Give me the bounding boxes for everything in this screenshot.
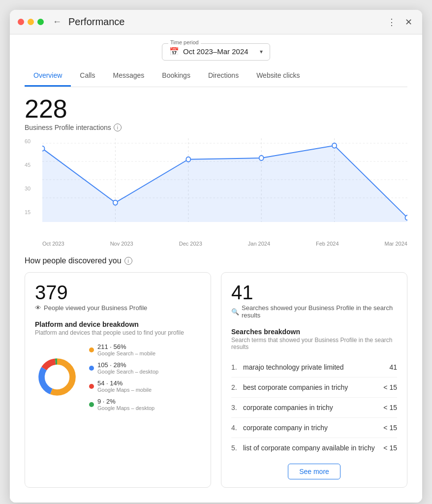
x-label-nov: Nov 2023 [110,241,133,247]
y-axis-labels: 60 45 30 15 [25,138,31,237]
search-term-2: best corporate companies in trichy [243,383,383,391]
search-num-5: 5. [231,444,243,452]
search-term-4: corporate company in trichy [243,424,383,432]
y-label-30: 30 [25,186,31,191]
svg-point-12 [259,156,264,160]
legend-dot-1 [89,347,94,352]
legend-item-1: 211 · 56% Google Search – mobile [89,343,158,356]
discovery-info-icon[interactable]: i [124,257,132,265]
x-label-jan: Jan 2024 [248,241,270,247]
y-label-60: 60 [25,138,31,144]
donut-chart [35,355,79,399]
donut-row: 211 · 56% Google Search – mobile 105 · 2… [35,343,201,411]
x-label-feb: Feb 2024 [316,241,339,247]
main-metric-label: Business Profile interactions i [25,124,407,131]
search-row-2: 2. best corporate companies in trichy < … [231,378,397,398]
legend-item-2: 105 · 28% Google Search – desktop [89,361,158,375]
svg-marker-8 [42,146,407,222]
search-term-5: list of corporate company available in t… [243,444,383,452]
search-num-1: 1. [231,363,243,371]
calendar-icon: 📅 [169,47,179,56]
legend-label-1: 211 · 56% Google Search – mobile [97,343,155,356]
search-count-5: < 15 [383,444,397,452]
legend-dot-4 [89,402,94,407]
interactions-chart: 60 45 30 15 [25,138,407,237]
main-window: ← Performance ⋮ ✕ Time period 📅 Oct 2023… [10,10,422,503]
platform-breakdown-desc: Platform and devices that people used to… [35,329,201,336]
svg-point-10 [113,200,118,205]
searches-breakdown-desc: Search terms that showed your Business P… [231,337,397,350]
titlebar: ← Performance ⋮ ✕ [10,10,422,34]
tab-bookings[interactable]: Bookings [153,65,199,87]
page-title: Performance [68,16,125,28]
tab-overview[interactable]: Overview [25,65,71,87]
maximize-traffic-light[interactable] [37,19,44,25]
see-more-button[interactable]: See more [288,464,340,479]
y-label-45: 45 [25,162,31,168]
tabs-bar: Overview Calls Messages Bookings Directi… [25,65,407,87]
search-row-4: 4. corporate company in trichy < 15 [231,418,397,438]
traffic-lights [18,19,44,25]
search-num-2: 2. [231,383,243,391]
svg-point-13 [332,143,337,148]
discovery-section-title: How people discovered you i [25,256,407,265]
platform-breakdown-title: Platform and device breakdown [35,320,201,328]
main-metric-value: 228 [25,96,407,122]
search-row-3: 3. corporate companies in trichy < 15 [231,398,397,418]
titlebar-actions: ⋮ ✕ [385,15,414,30]
legend-label-2: 105 · 28% Google Search – desktop [97,361,158,375]
close-button[interactable]: ✕ [403,15,414,30]
tab-directions[interactable]: Directions [199,65,247,87]
time-period-selector[interactable]: Time period 📅 Oct 2023–Mar 2024 ▾ [162,43,270,61]
search-count-4: < 15 [383,424,397,432]
searches-card: 41 🔍 Searches showed your Business Profi… [221,272,407,488]
donut-svg [35,355,79,399]
views-icon: 👁 [35,304,41,312]
minimize-traffic-light[interactable] [28,19,34,25]
legend-dot-3 [89,384,94,389]
views-metric-label: 👁 People viewed your Business Profile [35,304,201,312]
searches-breakdown-title: Searches breakdown [231,328,397,336]
search-row-1: 1. marajo technology private limited 41 [231,357,397,378]
legend-label-4: 9 · 2% Google Maps – desktop [97,398,154,411]
chart-x-labels: Oct 2023 Nov 2023 Dec 2023 Jan 2024 Feb … [25,241,407,247]
x-label-dec: Dec 2023 [179,241,202,247]
time-period-value: Oct 2023–Mar 2024 [183,47,248,56]
search-term-1: marajo technology private limited [243,363,389,371]
close-traffic-light[interactable] [18,19,24,25]
svg-point-11 [186,157,190,162]
back-button[interactable]: ← [50,16,64,28]
donut-legend: 211 · 56% Google Search – mobile 105 · 2… [89,343,158,411]
tab-calls[interactable]: Calls [71,65,104,87]
time-period-inner: 📅 Oct 2023–Mar 2024 ▾ [169,47,263,56]
search-row-5: 5. list of corporate company available i… [231,438,397,458]
search-term-3: corporate companies in trichy [243,404,383,411]
chart-svg [42,138,407,232]
more-options-button[interactable]: ⋮ [385,15,398,30]
legend-label-3: 54 · 14% Google Maps – mobile [97,379,152,393]
legend-dot-2 [89,366,94,371]
time-period-section: Time period 📅 Oct 2023–Mar 2024 ▾ [25,34,407,65]
legend-item-3: 54 · 14% Google Maps – mobile [89,379,158,393]
search-icon: 🔍 [231,308,239,315]
search-count-3: < 15 [383,404,397,411]
searches-list: 1. marajo technology private limited 41 … [231,357,397,458]
svg-point-14 [405,215,407,220]
metric-info-icon[interactable]: i [114,124,122,131]
search-count-2: < 15 [383,383,397,391]
svg-point-9 [42,146,45,151]
searches-metric-label: 🔍 Searches showed your Business Profile … [231,304,397,319]
search-count-1: 41 [389,363,397,371]
searches-metric: 41 [231,283,397,302]
x-label-mar: Mar 2024 [385,241,407,247]
time-period-label: Time period [168,39,201,45]
legend-item-4: 9 · 2% Google Maps – desktop [89,398,158,411]
tab-website-clicks[interactable]: Website clicks [247,65,309,87]
x-label-oct: Oct 2023 [42,241,64,247]
tab-messages[interactable]: Messages [104,65,153,87]
main-content: Time period 📅 Oct 2023–Mar 2024 ▾ Overvi… [10,34,422,503]
search-num-3: 3. [231,404,243,411]
cards-row: 379 👁 People viewed your Business Profil… [25,272,407,488]
search-num-4: 4. [231,424,243,432]
views-metric: 379 [35,283,201,302]
